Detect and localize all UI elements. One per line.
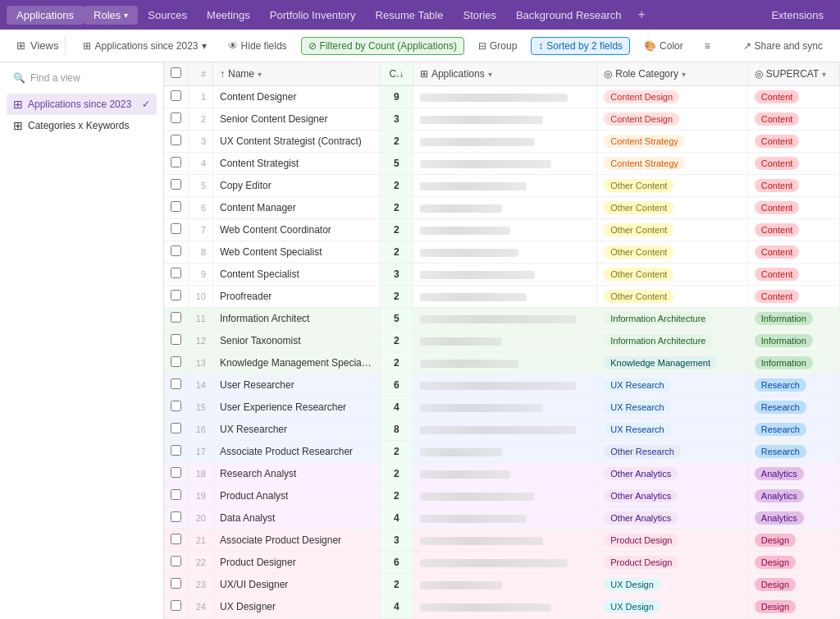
row-supercat[interactable]: Research bbox=[747, 374, 839, 397]
row-role-category[interactable]: Other Content bbox=[597, 219, 748, 241]
table-row[interactable]: 6 Content Manager 2 Other Content Conten… bbox=[164, 197, 840, 219]
row-supercat[interactable]: Content bbox=[747, 197, 839, 219]
row-checkbox[interactable] bbox=[164, 131, 189, 153]
table-row[interactable]: 13 Knowledge Management Specialist 2 Kno… bbox=[164, 352, 840, 374]
table-row[interactable]: 17 Associate Product Researcher 2 Other … bbox=[164, 441, 840, 463]
row-checkbox[interactable] bbox=[164, 308, 189, 330]
table-row[interactable]: 8 Web Content Specialist 2 Other Content… bbox=[164, 241, 840, 264]
views-toggle[interactable]: ⊞ Views bbox=[10, 36, 66, 55]
nav-tab-sources[interactable]: Sources bbox=[138, 6, 197, 25]
row-checkbox[interactable] bbox=[164, 530, 189, 552]
filter-button[interactable]: ⊘ Filtered by Count (Applications) bbox=[301, 37, 464, 55]
row-supercat[interactable]: Design bbox=[747, 596, 839, 618]
row-role-category[interactable]: Content Design bbox=[597, 108, 748, 131]
row-role-category[interactable]: UX Research bbox=[597, 374, 748, 397]
nav-tab-roles[interactable]: Roles ▾ bbox=[84, 6, 138, 25]
color-button[interactable]: 🎨 Color bbox=[637, 37, 691, 55]
row-role-category[interactable]: Information Architecture bbox=[597, 308, 748, 330]
row-name[interactable]: User Experience Researcher bbox=[213, 397, 381, 419]
fields-icon-button[interactable]: ≡ bbox=[697, 37, 718, 55]
row-name[interactable]: Copy Editor bbox=[213, 175, 381, 197]
row-role-category[interactable]: Other Research bbox=[597, 441, 748, 463]
row-supercat[interactable]: Content bbox=[747, 219, 839, 241]
row-checkbox[interactable] bbox=[164, 463, 189, 485]
row-supercat[interactable]: Content bbox=[747, 131, 839, 153]
share-button[interactable]: ↗ Share and sync bbox=[736, 37, 830, 55]
row-role-category[interactable]: Content Design bbox=[597, 86, 748, 108]
table-row[interactable]: 14 User Researcher 6 UX Research Researc… bbox=[164, 374, 840, 397]
row-name[interactable]: Information Architect bbox=[213, 308, 381, 330]
hide-fields-button[interactable]: 👁 Hide fields bbox=[221, 37, 294, 55]
table-row[interactable]: 5 Copy Editor 2 Other Content Content bbox=[164, 175, 840, 197]
row-name[interactable]: Senior Taxonomist bbox=[213, 330, 381, 352]
nav-tab-background[interactable]: Background Research bbox=[506, 6, 632, 25]
row-checkbox[interactable] bbox=[164, 330, 189, 352]
row-supercat[interactable]: Content bbox=[747, 175, 839, 197]
extensions-button[interactable]: Extensions bbox=[761, 6, 833, 25]
row-name[interactable]: Research Analyst bbox=[213, 463, 381, 485]
row-supercat[interactable]: Content bbox=[747, 153, 839, 175]
row-role-category[interactable]: Knowledge Management bbox=[597, 352, 748, 374]
row-checkbox[interactable] bbox=[164, 485, 189, 507]
row-checkbox[interactable] bbox=[164, 441, 189, 463]
table-row[interactable]: 9 Content Specialist 3 Other Content Con… bbox=[164, 264, 840, 286]
row-supercat[interactable]: Design bbox=[747, 530, 839, 552]
view-item-categories[interactable]: ⊞ Categories x Keywords bbox=[7, 115, 157, 136]
row-supercat[interactable]: Content bbox=[747, 286, 839, 308]
row-supercat[interactable]: Content bbox=[747, 241, 839, 264]
header-checkbox[interactable] bbox=[164, 62, 189, 86]
row-supercat[interactable]: Analytics bbox=[747, 507, 839, 530]
row-checkbox[interactable] bbox=[164, 241, 189, 264]
row-name[interactable]: UX Researcher bbox=[213, 419, 381, 441]
row-checkbox[interactable] bbox=[164, 219, 189, 241]
row-supercat[interactable]: Content bbox=[747, 86, 839, 108]
row-checkbox[interactable] bbox=[164, 86, 189, 108]
row-name[interactable]: UX Content Strategist (Contract) bbox=[213, 131, 381, 153]
row-role-category[interactable]: Other Content bbox=[597, 264, 748, 286]
row-name[interactable]: Content Manager bbox=[213, 197, 381, 219]
add-tab-button[interactable]: + bbox=[632, 4, 652, 25]
row-checkbox[interactable] bbox=[164, 419, 189, 441]
table-row[interactable]: 15 User Experience Researcher 4 UX Resea… bbox=[164, 397, 840, 419]
row-checkbox[interactable] bbox=[164, 153, 189, 175]
row-name[interactable]: Product Analyst bbox=[213, 485, 381, 507]
row-role-category[interactable]: Other Analytics bbox=[597, 463, 748, 485]
row-checkbox[interactable] bbox=[164, 108, 189, 131]
row-name[interactable]: User Researcher bbox=[213, 374, 381, 397]
row-role-category[interactable]: Other Analytics bbox=[597, 485, 748, 507]
table-row[interactable]: 7 Web Content Coordinator 2 Other Conten… bbox=[164, 219, 840, 241]
header-applications[interactable]: ⊞ Applications ▾ bbox=[413, 62, 596, 86]
row-checkbox[interactable] bbox=[164, 197, 189, 219]
row-checkbox[interactable] bbox=[164, 507, 189, 530]
sort-button[interactable]: ↕ Sorted by 2 fields bbox=[531, 37, 630, 55]
row-supercat[interactable]: Research bbox=[747, 419, 839, 441]
nav-tab-stories[interactable]: Stories bbox=[453, 6, 505, 25]
row-supercat[interactable]: Research bbox=[747, 397, 839, 419]
row-name[interactable]: Web Content Coordinator bbox=[213, 219, 381, 241]
row-role-category[interactable]: Product Design bbox=[597, 552, 748, 574]
table-row[interactable]: 23 UX/UI Designer 2 UX Design Design bbox=[164, 574, 840, 596]
nav-tab-portfolio[interactable]: Portfolio Inventory bbox=[260, 6, 366, 25]
table-row[interactable]: 4 Content Strategist 5 Content Strategy … bbox=[164, 153, 840, 175]
row-role-category[interactable]: Product Design bbox=[597, 530, 748, 552]
table-row[interactable]: 12 Senior Taxonomist 2 Information Archi… bbox=[164, 330, 840, 352]
row-checkbox[interactable] bbox=[164, 264, 189, 286]
row-name[interactable]: Associate Product Designer bbox=[213, 530, 381, 552]
header-supercat[interactable]: ◎ SUPERCAT ▾ bbox=[747, 62, 839, 86]
header-count[interactable]: C.↓ bbox=[380, 62, 413, 86]
row-name[interactable]: UX/UI Designer bbox=[213, 574, 381, 596]
row-checkbox[interactable] bbox=[164, 397, 189, 419]
row-role-category[interactable]: UX Design bbox=[597, 596, 748, 618]
nav-tab-applications[interactable]: Applications bbox=[7, 6, 84, 25]
nav-tab-meetings[interactable]: Meetings bbox=[197, 6, 260, 25]
row-checkbox[interactable] bbox=[164, 175, 189, 197]
row-supercat[interactable]: Information bbox=[747, 352, 839, 374]
table-row[interactable]: 1 Content Designer 9 Content Design Cont… bbox=[164, 86, 840, 108]
row-role-category[interactable]: UX Research bbox=[597, 397, 748, 419]
row-name[interactable]: Content Designer bbox=[213, 86, 381, 108]
row-name[interactable]: Web Content Specialist bbox=[213, 241, 381, 264]
table-row[interactable]: 21 Associate Product Designer 3 Product … bbox=[164, 530, 840, 552]
row-supercat[interactable]: Analytics bbox=[747, 485, 839, 507]
row-supercat[interactable]: Information bbox=[747, 330, 839, 352]
row-name[interactable]: Product Designer bbox=[213, 552, 381, 574]
